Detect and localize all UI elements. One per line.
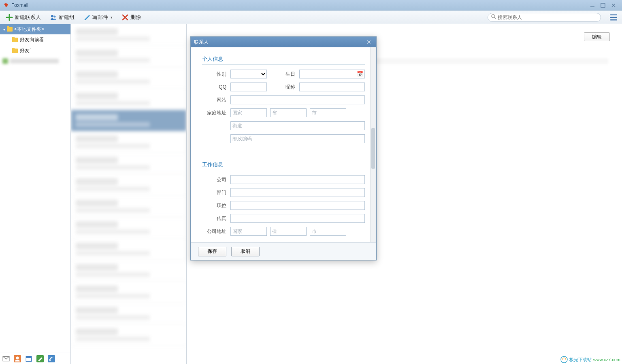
list-item[interactable] (71, 260, 186, 281)
dialog-close-button[interactable]: ✕ (365, 38, 373, 46)
label-qq: QQ (202, 84, 230, 90)
label-gender: 性别 (202, 71, 230, 78)
label-company-addr: 公司地址 (202, 228, 230, 235)
group-icon (50, 14, 57, 21)
label-position: 职位 (202, 202, 230, 209)
company-province-input[interactable] (270, 227, 307, 236)
delete-icon (121, 14, 129, 21)
home-country-input[interactable] (230, 108, 267, 117)
qq-input[interactable] (230, 83, 267, 91)
cancel-button[interactable]: 取消 (231, 247, 260, 256)
label-birthday: 生日 (267, 71, 299, 78)
app-title: Foxmail (11, 2, 28, 8)
contacts-icon[interactable] (14, 355, 21, 362)
position-input[interactable] (230, 201, 365, 210)
search-input[interactable] (498, 15, 597, 20)
list-item[interactable] (71, 174, 186, 196)
dialog-titlebar: 联系人 ✕ (191, 37, 376, 47)
search-icon (491, 14, 496, 20)
birthday-input[interactable] (299, 70, 365, 78)
folder-icon (12, 49, 18, 53)
list-view-button[interactable] (610, 13, 618, 21)
svg-point-3 (54, 15, 56, 17)
label-fax: 传真 (202, 215, 230, 222)
folder-icon (7, 27, 13, 32)
sidebar: <本地文件夹> 好友向前看 好友1 (0, 24, 71, 364)
search-box[interactable] (488, 13, 601, 22)
company-country-input[interactable] (230, 227, 267, 236)
svg-rect-0 (590, 6, 594, 7)
dialog-body: 个人信息 性别 生日 📅 QQ 昵称 网站 家庭地址 (191, 47, 376, 242)
home-city-input[interactable] (310, 108, 346, 117)
watermark: 极光下载站 www.xz7.com (560, 356, 620, 363)
dialog-footer: 保存 取消 (191, 242, 376, 260)
label-company: 公司 (202, 176, 230, 183)
titlebar: Foxmail (0, 0, 622, 11)
dialog-title: 联系人 (194, 39, 209, 46)
minimize-button[interactable] (587, 2, 598, 9)
list-item[interactable] (71, 110, 186, 131)
account-item[interactable] (0, 56, 70, 66)
rss-icon[interactable] (48, 355, 55, 362)
plus-icon (6, 14, 13, 21)
compose-button[interactable]: 写邮件 (82, 13, 114, 22)
mail-icon[interactable] (2, 355, 10, 362)
nick-input[interactable] (299, 83, 365, 91)
compose-icon (83, 14, 91, 21)
list-item[interactable] (71, 131, 186, 153)
list-item[interactable] (71, 324, 186, 346)
list-item[interactable] (71, 67, 186, 89)
folder-item[interactable]: 好友1 (0, 45, 70, 56)
company-input[interactable] (230, 175, 365, 184)
home-zip-input[interactable] (230, 134, 365, 143)
edit-button[interactable]: 编辑 (584, 32, 610, 41)
company-city-input[interactable] (310, 227, 346, 236)
website-input[interactable] (230, 95, 365, 104)
list-item[interactable] (71, 89, 186, 110)
department-input[interactable] (230, 188, 365, 197)
section-work: 工作信息 (202, 161, 365, 170)
svg-point-4 (492, 15, 495, 18)
svg-rect-11 (26, 356, 32, 358)
dialog-scrollbar[interactable] (370, 47, 376, 242)
close-button[interactable] (608, 2, 619, 9)
svg-point-6 (610, 17, 611, 18)
svg-point-5 (610, 14, 611, 15)
folder-icon (12, 38, 18, 42)
calendar-icon[interactable] (25, 355, 32, 362)
list-item[interactable] (71, 24, 186, 46)
section-personal: 个人信息 (202, 55, 365, 65)
new-group-button[interactable]: 新建组 (48, 13, 76, 22)
list-item[interactable] (71, 239, 186, 260)
label-nick: 昵称 (267, 84, 299, 91)
maximize-button[interactable] (598, 2, 608, 9)
save-button[interactable]: 保存 (198, 247, 226, 256)
list-item[interactable] (71, 46, 186, 67)
label-home-addr: 家庭地址 (202, 110, 230, 116)
list-item[interactable] (71, 281, 186, 303)
gender-select[interactable] (230, 70, 267, 78)
delete-button[interactable]: 删除 (120, 13, 143, 22)
notes-icon[interactable] (36, 355, 44, 362)
new-contact-button[interactable]: 新建联系人 (4, 13, 43, 22)
contact-dialog: 联系人 ✕ 个人信息 性别 生日 📅 QQ 昵称 网站 家庭地址 (190, 36, 377, 260)
svg-point-13 (561, 356, 567, 363)
list-item[interactable] (71, 153, 186, 174)
home-province-input[interactable] (270, 108, 307, 117)
label-website: 网站 (202, 97, 230, 104)
toolbar: 新建联系人 新建组 写邮件 删除 (0, 11, 622, 24)
list-item[interactable] (71, 303, 186, 324)
contact-list[interactable] (71, 24, 187, 364)
list-item[interactable] (71, 217, 186, 239)
fax-input[interactable] (230, 214, 365, 223)
svg-rect-1 (601, 3, 605, 7)
home-street-input[interactable] (230, 121, 365, 130)
account-icon (2, 58, 8, 64)
folder-root[interactable]: <本地文件夹> (0, 24, 70, 34)
svg-point-12 (49, 359, 51, 360)
label-department: 部门 (202, 189, 230, 196)
bottom-nav (0, 353, 70, 364)
app-logo-icon (3, 2, 9, 8)
list-item[interactable] (71, 196, 186, 217)
folder-item[interactable]: 好友向前看 (0, 34, 70, 45)
